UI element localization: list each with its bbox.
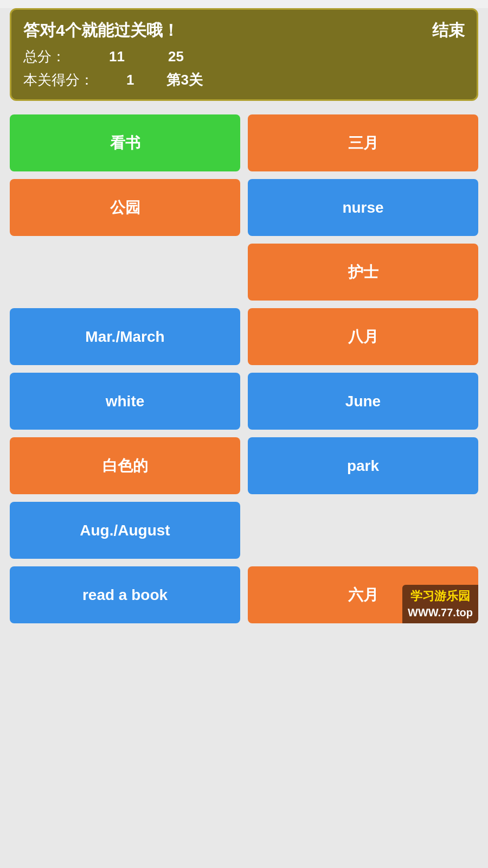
card-item-7[interactable]: Mar./March: [10, 308, 240, 365]
card-item-2[interactable]: 三月: [248, 114, 478, 171]
page-wrapper: 答对4个就能过关哦！ 结束 总分： 11 25 本关得分： 1 第3关 看书三月…: [0, 8, 488, 868]
end-button[interactable]: 结束: [432, 20, 465, 42]
total-score-value: 11: [109, 48, 125, 65]
card-item-12[interactable]: park: [248, 437, 478, 494]
card-item-11[interactable]: 白色的: [10, 437, 240, 494]
card-item-3[interactable]: 公园: [10, 179, 240, 236]
card-item-13[interactable]: Aug./August: [10, 502, 240, 559]
card-item-5: [10, 244, 240, 301]
watermark-line2: WWW.77.top: [408, 605, 473, 620]
header-title: 答对4个就能过关哦！: [23, 20, 179, 42]
total-score-label: 总分：: [23, 47, 66, 66]
card-item-4[interactable]: nurse: [248, 179, 478, 236]
card-item-10[interactable]: June: [248, 373, 478, 430]
level-score-value: 1: [126, 72, 134, 88]
header-box: 答对4个就能过关哦！ 结束 总分： 11 25 本关得分： 1 第3关: [10, 8, 478, 101]
level-label: 第3关: [166, 71, 202, 90]
header-row3: 本关得分： 1 第3关: [23, 71, 465, 90]
cards-grid: 看书三月公园nurse护士Mar./March八月whiteJune白色的par…: [0, 109, 488, 629]
card-item-14: [248, 502, 478, 559]
level-score-label: 本关得分：: [23, 71, 94, 90]
header-row1: 答对4个就能过关哦！ 结束: [23, 20, 465, 42]
card-item-1[interactable]: 看书: [10, 114, 240, 171]
card-item-15[interactable]: read a book: [10, 566, 240, 623]
watermark: 学习游乐园WWW.77.top: [402, 585, 478, 623]
card-item-6[interactable]: 护士: [248, 244, 478, 301]
card-item-16[interactable]: 六月学习游乐园WWW.77.top: [248, 566, 478, 623]
total-score-right: 25: [168, 48, 184, 65]
card-item-8[interactable]: 八月: [248, 308, 478, 365]
header-row2: 总分： 11 25: [23, 47, 465, 66]
watermark-line1: 学习游乐园: [408, 588, 473, 605]
card-item-9[interactable]: white: [10, 373, 240, 430]
